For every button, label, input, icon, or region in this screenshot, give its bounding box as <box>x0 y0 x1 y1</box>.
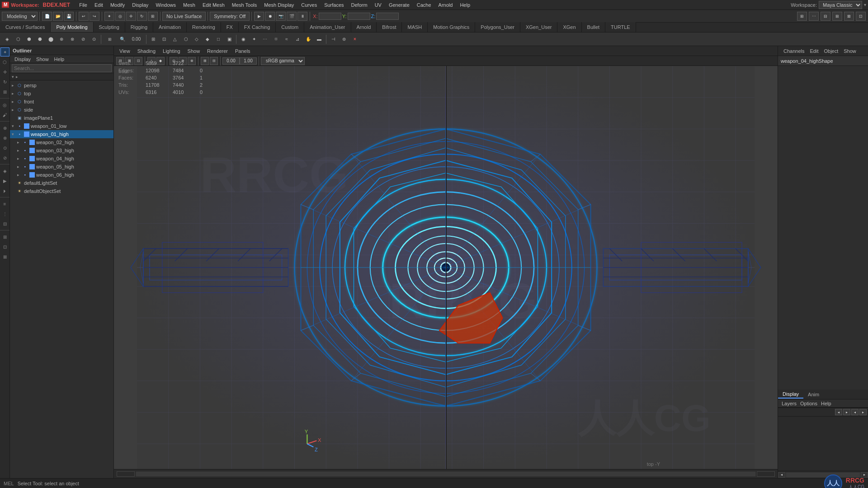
tab-mash[interactable]: MASH <box>402 22 428 32</box>
menu-surfaces[interactable]: Surfaces <box>321 1 347 9</box>
tab-animation[interactable]: Animation <box>153 22 187 32</box>
tab-fx[interactable]: FX <box>221 22 239 32</box>
tree-item-weapon01low[interactable]: ▾ ▪ weapon_01_low <box>10 122 113 130</box>
menu-uv[interactable]: UV <box>371 1 385 9</box>
menu-edit[interactable]: Edit <box>91 1 107 9</box>
tool-zero-face[interactable]: □ <box>213 34 223 44</box>
tab-polygons-user[interactable]: Polygons_User <box>475 22 520 32</box>
outliner-menu-display[interactable]: Display <box>12 56 33 62</box>
layers-scroll-left[interactable]: ◂ <box>851 409 859 415</box>
cam-btn1[interactable]: 📷 <box>276 12 286 21</box>
move-btn[interactable]: ✛ <box>126 12 136 21</box>
menu-edit-mesh[interactable]: Edit Mesh <box>199 1 228 9</box>
tree-item-weapon06high[interactable]: ▸ ▪ weapon_06_high <box>10 171 113 179</box>
tool-node[interactable]: ⋮ <box>0 209 9 218</box>
tool-rotate-lt[interactable]: ↻ <box>0 77 9 86</box>
tree-item-front[interactable]: ▸ ⬡ front <box>10 98 113 106</box>
tool-zoom[interactable]: 🔍 <box>118 34 127 44</box>
view-btn3[interactable]: ⊠ <box>844 12 854 21</box>
menu-file[interactable]: File <box>75 1 91 9</box>
save-btn[interactable]: 💾 <box>64 12 74 21</box>
tree-item-top[interactable]: ▸ ⬡ top <box>10 89 113 98</box>
outliner-menu-show[interactable]: Show <box>33 56 52 62</box>
tool-edge-flow[interactable]: ⊣ <box>328 34 338 44</box>
symmetry-btn[interactable]: Symmetry: Off <box>210 12 250 21</box>
tool-crease[interactable]: ◆ <box>203 34 212 44</box>
tab-bullet[interactable]: Bullet <box>582 22 606 32</box>
tool-move-lt[interactable]: ✛ <box>0 67 9 76</box>
menu-cache[interactable]: Cache <box>413 1 435 9</box>
snap-btn[interactable]: ⋯ <box>809 12 819 21</box>
tool-pinch[interactable]: ⊿ <box>292 34 302 44</box>
tab-animation-user[interactable]: Animation_User <box>304 22 351 32</box>
outliner-menu-help[interactable]: Help <box>52 56 67 62</box>
tool-tris[interactable]: △ <box>170 34 180 44</box>
tool-target-weld[interactable]: ⊙ <box>89 34 99 44</box>
vp-menu-panels[interactable]: Panels <box>231 48 254 54</box>
tool-bridge[interactable]: ⬤ <box>46 34 56 44</box>
tab-curves-surfaces[interactable]: Curves / Surfaces <box>0 22 51 32</box>
x-input[interactable] <box>319 13 341 20</box>
tool-snap4[interactable]: ⊘ <box>0 153 9 162</box>
tree-item-side[interactable]: ▸ ⬡ side <box>10 106 113 114</box>
ch-menu-object[interactable]: Object <box>821 48 841 54</box>
y-input[interactable] <box>348 13 370 20</box>
tree-item-objectset[interactable]: ☀ defaultObjectSet <box>10 187 113 195</box>
tab-arnold[interactable]: Arnold <box>351 22 377 32</box>
menu-curves[interactable]: Curves <box>297 1 321 9</box>
tool-attr[interactable]: ≡ <box>0 199 9 208</box>
tree-item-lightset[interactable]: ☀ defaultLightSet <box>10 179 113 187</box>
tool-relax[interactable]: ⋯ <box>260 34 270 44</box>
tool-history[interactable]: ◈ <box>0 166 9 175</box>
tool-dup[interactable]: ⊡ <box>0 242 9 251</box>
tab-motion-graphics[interactable]: Motion Graphics <box>428 22 475 32</box>
menu-windows[interactable]: Windows <box>152 1 179 9</box>
tool-x-mirror[interactable]: × <box>350 34 360 44</box>
live-surface-btn[interactable]: No Live Surface <box>162 12 206 21</box>
tool-grid[interactable]: ⊞ <box>148 34 158 44</box>
lay-menu-options[interactable]: Options <box>798 400 819 407</box>
tool-smooth[interactable]: ⬢ <box>24 34 34 44</box>
vp-hscroll-left[interactable] <box>117 471 135 477</box>
tab-rigging[interactable]: Rigging <box>125 22 153 32</box>
open-btn[interactable]: 📂 <box>53 12 63 21</box>
undo-btn[interactable]: ↩ <box>79 12 89 21</box>
vp-menu-renderer[interactable]: Renderer <box>203 48 231 54</box>
layers-scroll-up[interactable]: ◂ <box>835 409 842 415</box>
new-scene-btn[interactable]: 📄 <box>42 12 52 21</box>
cam-btn2[interactable]: 🎬 <box>287 12 297 21</box>
tree-item-weapon02high[interactable]: ▸ ▪ weapon_02_high <box>10 138 113 146</box>
tool-playback[interactable]: ⏵ <box>0 186 9 195</box>
menu-mesh-display[interactable]: Mesh Display <box>260 1 297 9</box>
mode-dropdown[interactable]: Modeling <box>2 12 38 21</box>
vp-menu-shading[interactable]: Shading <box>134 48 159 54</box>
redo-btn[interactable]: ↪ <box>90 12 99 21</box>
vp-num1[interactable] <box>222 57 240 65</box>
menu-display[interactable]: Display <box>128 1 152 9</box>
menu-help[interactable]: Help <box>456 1 474 9</box>
tab-custom[interactable]: Custom <box>276 22 304 32</box>
menu-modify[interactable]: Modify <box>107 1 128 9</box>
menu-mesh[interactable]: Mesh <box>179 1 199 9</box>
menu-deform[interactable]: Deform <box>348 1 371 9</box>
pause-btn[interactable]: ⏸ <box>297 12 307 21</box>
tool-select-lt[interactable]: ✦ <box>0 47 9 56</box>
layers-scroll-right[interactable]: ▸ <box>859 409 867 415</box>
lay-menu-help[interactable]: Help <box>819 400 833 407</box>
tool-flatten[interactable]: ▬ <box>314 34 324 44</box>
tool-panel-lay[interactable]: ⊠ <box>0 252 9 261</box>
tool-snap3[interactable]: ⊙ <box>0 143 9 152</box>
tool-soft-sel[interactable]: ◉ <box>238 34 248 44</box>
tool-combine[interactable]: ⊕ <box>57 34 66 44</box>
tree-item-persp[interactable]: ▸ ⬡ persp <box>10 81 113 89</box>
tool-quad[interactable]: ⊡ <box>159 34 169 44</box>
tool-sculpt[interactable]: ⌑ <box>271 34 281 44</box>
tree-item-weapon05high[interactable]: ▸ ▪ weapon_05_high <box>10 163 113 171</box>
tree-item-weapon01high[interactable]: ▾ ▪ weapon_01_high <box>10 130 113 138</box>
vp-hscroll-right[interactable] <box>757 471 775 477</box>
menu-arnold[interactable]: Arnold <box>435 1 457 9</box>
rotate-btn[interactable]: ↻ <box>137 12 147 21</box>
z-input[interactable] <box>376 13 399 20</box>
vp-menu-view[interactable]: View <box>116 48 134 54</box>
search-input[interactable] <box>12 64 112 72</box>
